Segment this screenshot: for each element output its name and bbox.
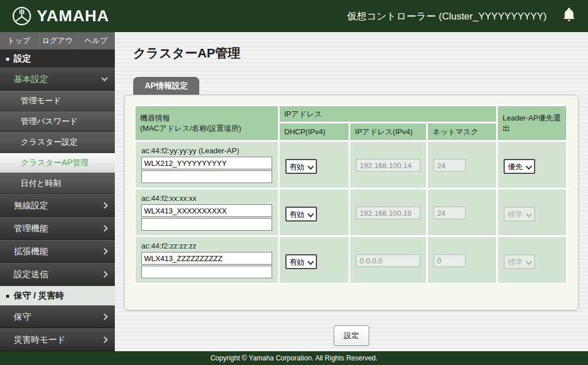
main-content: クラスターAP管理 AP情報設定 機器情報 (MACアドレス/名称/設置場所) …	[115, 32, 588, 351]
sidebar-section-settings: ■ 設定	[0, 49, 115, 68]
col-header-leader-ap: Leader-AP優先選出	[497, 106, 567, 141]
chevron-down-icon	[101, 75, 107, 81]
sidebar-nav-tabs: トップ ログアウト ヘルプ	[0, 32, 115, 49]
col-header-ip-group: IPアドレス	[279, 106, 497, 123]
ap-mac-label: ac:44:f2:xx:xx:xx	[141, 194, 272, 203]
ip-address-input-1	[356, 207, 420, 219]
app-header: YAMAHA 仮想コントローラー (Cluster_YYYYYYYYYY)	[0, 0, 588, 32]
col-header-netmask: ネットマスク	[427, 123, 497, 141]
netmask-input-0	[434, 159, 466, 172]
dhcp-select-2[interactable]: 有効	[285, 254, 317, 269]
ap-mac-label: ac:44:f2:yy:yy:yy (Leader-AP)	[141, 146, 272, 155]
col-header-device-info: 機器情報 (MACアドレス/名称/設置場所)	[135, 106, 279, 141]
sidebar-item-management-functions[interactable]: 管理機能	[0, 217, 115, 240]
sidebar-item-wireless-settings[interactable]: 無線設定	[0, 194, 115, 217]
copyright-text: Copyright © Yamaha Corporation. All Righ…	[210, 354, 377, 362]
leader-priority-select-0[interactable]: 優先	[504, 159, 535, 174]
square-bullet-icon: ■	[6, 56, 9, 62]
ip-address-input-2	[356, 254, 420, 267]
brand-wordmark: YAMAHA	[37, 7, 109, 25]
sidebar-item-management-mode[interactable]: 管理モード	[0, 91, 115, 111]
ap-name-input-0[interactable]	[141, 157, 272, 169]
sidebar-item-date-time[interactable]: 日付と時刻	[0, 173, 115, 194]
notification-bell-icon[interactable]	[562, 7, 577, 25]
sidebar-item-admin-password[interactable]: 管理パスワード	[0, 111, 115, 132]
chevron-right-icon	[101, 202, 107, 208]
chevron-right-icon	[101, 225, 107, 231]
sidebar-item-extended-functions[interactable]: 拡張機能	[0, 240, 115, 263]
ap-mac-label: ac:44:f2:zz:zz:zz	[141, 242, 272, 250]
chevron-right-icon	[101, 336, 107, 343]
submit-button[interactable]: 設定	[334, 325, 369, 346]
tab-ap-info-settings[interactable]: AP情報設定	[133, 77, 199, 95]
ap-info-panel: 機器情報 (MACアドレス/名称/設置場所) IPアドレス Leader-AP優…	[124, 95, 579, 310]
sidebar: トップ ログアウト ヘルプ ■ 設定 基本設定 管理モード 管理パスワード クラ…	[0, 32, 115, 351]
ap-location-input-1[interactable]	[141, 218, 272, 231]
chevron-right-icon	[101, 271, 107, 277]
col-header-ip: IPアドレス(IPv4)	[350, 123, 427, 141]
square-bullet-icon: ■	[6, 293, 9, 299]
controller-title: 仮想コントローラー (Cluster_YYYYYYYYYY)	[347, 10, 547, 23]
netmask-input-1	[434, 207, 466, 219]
sidebar-item-cluster-ap-management[interactable]: クラスターAP管理	[0, 153, 115, 173]
sidebar-item-maintenance[interactable]: 保守	[0, 305, 115, 328]
sidebar-item-config-send[interactable]: 設定送信	[0, 263, 115, 286]
footer: Copyright © Yamaha Corporation. All Righ…	[0, 351, 588, 365]
page: YAMAHA 仮想コントローラー (Cluster_YYYYYYYYYY) トッ…	[0, 0, 588, 365]
dhcp-select-0[interactable]: 有効	[285, 159, 317, 174]
page-title: クラスターAP管理	[133, 45, 579, 62]
ap-table-row: ac:44:f2:yy:yy:yy (Leader-AP) 有効	[135, 141, 567, 189]
sidebar-item-basic-settings[interactable]: 基本設定	[0, 68, 115, 91]
chevron-right-icon	[101, 313, 107, 320]
col-header-dhcp: DHCP(IPv4)	[279, 123, 350, 141]
nav-tab-help[interactable]: ヘルプ	[77, 32, 115, 49]
ap-table-row: ac:44:f2:zz:zz:zz 有効	[135, 236, 567, 284]
ip-address-input-0	[356, 159, 420, 172]
nav-tab-top[interactable]: トップ	[0, 32, 38, 49]
sidebar-item-cluster-settings[interactable]: クラスター設定	[0, 132, 115, 153]
ap-table-row: ac:44:f2:xx:xx:xx 有効	[135, 189, 567, 236]
yamaha-logo: YAMAHA	[11, 6, 109, 26]
ap-name-input-2[interactable]	[141, 252, 272, 265]
ap-table: 機器情報 (MACアドレス/名称/設置場所) IPアドレス Leader-AP優…	[134, 104, 568, 285]
chevron-right-icon	[101, 248, 107, 254]
dhcp-select-1[interactable]: 有効	[285, 207, 317, 222]
ap-location-input-0[interactable]	[141, 170, 272, 183]
leader-priority-select-1: 標準	[504, 207, 535, 222]
sidebar-section-maintenance-disaster: ■ 保守 / 災害時	[0, 286, 115, 305]
sidebar-item-disaster-mode[interactable]: 災害時モード	[0, 328, 115, 351]
ap-location-input-2[interactable]	[141, 266, 272, 278]
leader-priority-select-2: 標準	[504, 254, 535, 269]
ap-name-input-1[interactable]	[141, 204, 272, 217]
netmask-input-2	[434, 254, 466, 267]
nav-tab-logout[interactable]: ログアウト	[38, 32, 76, 49]
yamaha-tuning-forks-icon	[11, 6, 32, 26]
